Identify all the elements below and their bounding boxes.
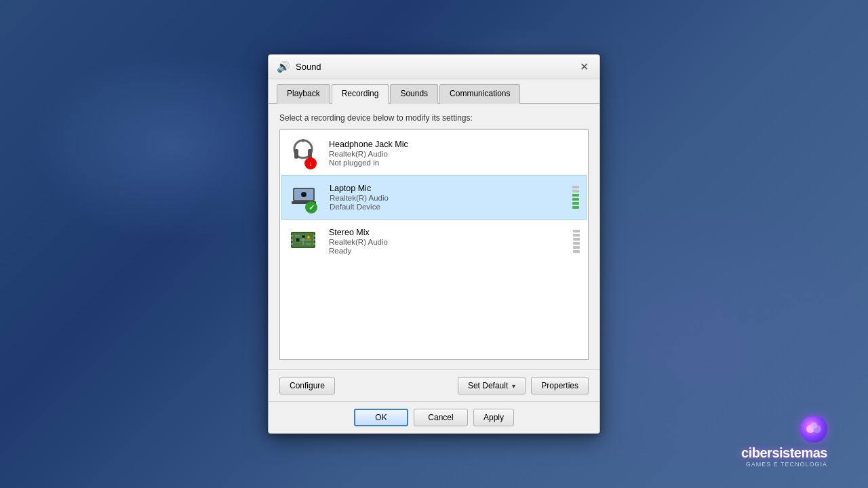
watermark-subtitle-text: GAMES E TECNOLOGIA bbox=[746, 461, 827, 468]
cancel-button[interactable]: Cancel bbox=[414, 409, 468, 426]
device-info-headphone: Headphone Jack Mic Realtek(R) Audio Not … bbox=[329, 140, 580, 167]
device-name-laptop: Laptop Mic bbox=[330, 184, 567, 193]
svg-rect-1 bbox=[294, 149, 298, 159]
volume-bars-stereo bbox=[573, 230, 580, 253]
tab-recording[interactable]: Recording bbox=[332, 84, 389, 104]
device-name-stereo: Stereo Mix bbox=[329, 228, 568, 237]
vol-bar-s1 bbox=[573, 230, 580, 232]
vol-bar-4 bbox=[572, 198, 579, 201]
svg-rect-16 bbox=[296, 238, 300, 242]
properties-button[interactable]: Properties bbox=[531, 377, 589, 394]
device-icon-headphone: ↓ bbox=[288, 137, 321, 169]
close-button[interactable]: ✕ bbox=[576, 60, 591, 75]
vol-bar-5 bbox=[572, 202, 579, 205]
status-badge-success: ✓ bbox=[305, 201, 317, 214]
vol-bar-1 bbox=[572, 186, 579, 188]
apply-button[interactable]: Apply bbox=[473, 409, 514, 426]
device-status-laptop: Default Device bbox=[330, 203, 567, 211]
dialog-footer: OK Cancel Apply bbox=[269, 401, 599, 433]
vol-bar-2 bbox=[572, 190, 579, 192]
circuit-svg bbox=[288, 225, 318, 255]
device-list: ↓ Headphone Jack Mic Realtek(R) Audio No… bbox=[279, 129, 589, 360]
logo-svg bbox=[804, 419, 824, 439]
device-icon-circuit bbox=[288, 225, 321, 258]
vol-bar-s3 bbox=[573, 238, 580, 241]
status-badge-error: ↓ bbox=[304, 157, 317, 169]
device-driver-laptop: Realtek(R) Audio bbox=[330, 194, 567, 202]
device-status-headphone: Not plugged in bbox=[329, 159, 580, 167]
right-buttons: Set Default ▾ Properties bbox=[458, 377, 589, 394]
tab-sounds[interactable]: Sounds bbox=[390, 84, 438, 104]
configure-button[interactable]: Configure bbox=[279, 377, 335, 394]
ok-button[interactable]: OK bbox=[354, 409, 408, 426]
window-icon: 🔊 bbox=[277, 60, 290, 73]
set-default-label: Set Default bbox=[468, 381, 508, 390]
watermark-brand-text: cibersistemas bbox=[741, 445, 827, 461]
vol-bar-s4 bbox=[573, 242, 580, 245]
vol-bar-s5 bbox=[573, 246, 580, 249]
vol-bar-s2 bbox=[573, 234, 580, 237]
device-name-headphone: Headphone Jack Mic bbox=[329, 140, 580, 149]
window-title: Sound bbox=[296, 62, 321, 72]
device-info-stereo: Stereo Mix Realtek(R) Audio Ready bbox=[329, 228, 568, 255]
title-bar: 🔊 Sound ✕ bbox=[269, 55, 599, 79]
tab-bar: Playback Recording Sounds Communications bbox=[269, 79, 599, 104]
device-item-stereo-mix[interactable]: Stereo Mix Realtek(R) Audio Ready bbox=[281, 220, 587, 263]
vol-bar-s6 bbox=[573, 250, 580, 253]
device-driver-headphone: Realtek(R) Audio bbox=[329, 150, 580, 158]
svg-point-4 bbox=[302, 139, 304, 142]
volume-bars-laptop bbox=[572, 186, 579, 209]
action-buttons: Configure Set Default ▾ Properties bbox=[269, 369, 599, 401]
device-info-laptop: Laptop Mic Realtek(R) Audio Default Devi… bbox=[330, 184, 567, 211]
device-driver-stereo: Realtek(R) Audio bbox=[329, 238, 568, 246]
tab-communications[interactable]: Communications bbox=[439, 84, 520, 104]
vol-bar-6 bbox=[572, 206, 579, 209]
tab-playback[interactable]: Playback bbox=[277, 84, 330, 104]
vol-bar-3 bbox=[572, 194, 579, 197]
svg-point-9 bbox=[302, 193, 305, 196]
watermark-logo bbox=[800, 415, 827, 443]
title-bar-left: 🔊 Sound bbox=[277, 60, 321, 73]
svg-rect-17 bbox=[302, 235, 305, 238]
content-area: Select a recording device below to modif… bbox=[269, 104, 599, 369]
device-icon-laptop: ✓ bbox=[289, 181, 321, 214]
device-status-stereo: Ready bbox=[329, 247, 568, 255]
watermark: cibersistemas GAMES E TECNOLOGIA bbox=[741, 415, 827, 468]
svg-point-28 bbox=[810, 422, 817, 429]
device-item-headphone-jack-mic[interactable]: ↓ Headphone Jack Mic Realtek(R) Audio No… bbox=[281, 131, 587, 175]
set-default-button[interactable]: Set Default ▾ bbox=[458, 377, 526, 394]
device-item-laptop-mic[interactable]: ✓ Laptop Mic Realtek(R) Audio Default De… bbox=[281, 175, 587, 220]
sound-dialog: 🔊 Sound ✕ Playback Recording Sounds Comm… bbox=[268, 54, 600, 434]
svg-point-19 bbox=[308, 237, 309, 238]
content-description: Select a recording device below to modif… bbox=[279, 113, 589, 123]
dropdown-arrow-icon: ▾ bbox=[512, 382, 515, 390]
